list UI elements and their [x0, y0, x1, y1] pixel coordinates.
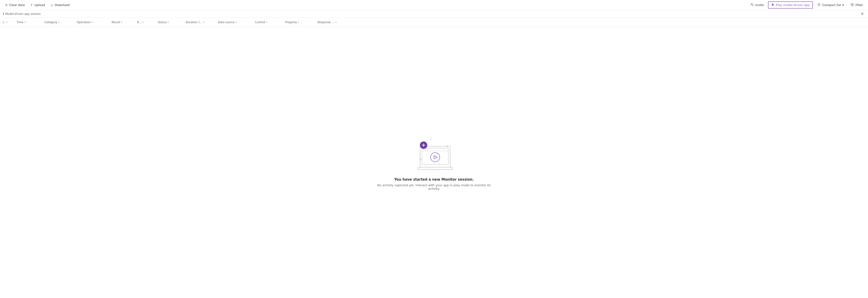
- compact-list-icon: [817, 3, 821, 7]
- upload-label: Upload: [34, 3, 45, 7]
- svg-marker-3: [772, 3, 774, 6]
- col-response-label: Response ...: [317, 21, 335, 24]
- column-header-datasource[interactable]: Data source ▾: [218, 20, 255, 25]
- col-control-label: Control: [255, 21, 265, 24]
- col-control-chevron: ▾: [266, 21, 267, 23]
- col-time-chevron: ▾: [24, 21, 26, 23]
- svg-point-8: [852, 4, 853, 5]
- compact-list-button[interactable]: Compact list ▾: [815, 1, 846, 8]
- column-header-time[interactable]: Time ▾: [17, 20, 44, 25]
- svg-point-0: [751, 3, 752, 5]
- empty-state-subtitle: No activity captured yet. Interact with …: [376, 184, 492, 190]
- app-container: ✕ Clear data ↑ Upload ↓ Download: [0, 0, 868, 298]
- col-status-label: Status: [158, 21, 167, 24]
- col-i-label: I..: [3, 21, 5, 24]
- svg-rect-14: [420, 146, 450, 167]
- col-time-label: Time: [17, 21, 23, 24]
- col-duration-label: Duration (...: [186, 21, 202, 24]
- column-header-status[interactable]: Status ▾: [158, 20, 186, 25]
- play-model-label: Play model-driven app: [776, 3, 810, 7]
- col-r-label: R...: [137, 21, 142, 24]
- svg-point-19: [427, 149, 428, 150]
- filter-button[interactable]: Filter: [848, 1, 865, 8]
- filter-icon: [850, 3, 854, 7]
- col-datasource-chevron: ▾: [236, 21, 237, 23]
- column-header-i[interactable]: I.. ▾: [3, 20, 17, 25]
- column-header-r[interactable]: R... ▾: [137, 20, 158, 25]
- clear-data-icon: ✕: [5, 3, 8, 7]
- download-icon: ↓: [51, 3, 53, 7]
- clear-data-button[interactable]: ✕ Clear data: [3, 2, 27, 8]
- svg-point-18: [425, 149, 426, 150]
- invite-icon: [750, 3, 754, 7]
- column-header-operation[interactable]: Operation ▾: [77, 20, 112, 25]
- toolbar: ✕ Clear data ↑ Upload ↓ Download: [0, 0, 868, 10]
- col-operation-chevron: ▾: [92, 21, 93, 23]
- col-operation-label: Operation: [77, 21, 91, 24]
- column-header-result[interactable]: Result ▾: [112, 20, 137, 25]
- session-bar: ℹ Model-driven app session ✕: [0, 10, 868, 18]
- upload-button[interactable]: ↑ Upload: [28, 2, 47, 8]
- invite-button[interactable]: Invite: [748, 1, 766, 8]
- clear-data-label: Clear data: [9, 3, 25, 7]
- col-result-label: Result: [112, 21, 120, 24]
- column-header-category[interactable]: Category ▾: [44, 20, 77, 25]
- compact-list-label: Compact list: [822, 3, 841, 7]
- svg-text:|: |: [430, 137, 431, 141]
- svg-rect-21: [427, 169, 441, 170]
- upload-icon: ↑: [30, 3, 33, 7]
- main-content: | + + – –: [0, 27, 868, 298]
- column-header-property[interactable]: Property ▾: [285, 20, 317, 25]
- filter-label: Filter: [856, 3, 863, 7]
- col-category-label: Category: [44, 21, 57, 24]
- svg-point-17: [423, 149, 424, 150]
- svg-point-22: [431, 153, 440, 162]
- download-label: Download: [55, 3, 70, 7]
- col-category-chevron: ▾: [58, 21, 59, 23]
- svg-point-7: [851, 3, 854, 6]
- col-property-label: Property: [285, 21, 297, 24]
- compact-list-chevron-icon: ▾: [842, 3, 844, 7]
- invite-label: Invite: [755, 3, 764, 7]
- play-model-driven-app-button[interactable]: Play model-driven app: [768, 1, 813, 8]
- col-datasource-label: Data source: [218, 21, 235, 24]
- download-button[interactable]: ↓ Download: [48, 2, 72, 8]
- col-r-chevron: ▾: [142, 21, 144, 23]
- empty-illustration: | + + – –: [408, 135, 460, 172]
- info-icon: ℹ: [3, 12, 4, 16]
- column-headers: I.. ▾ Time ▾ Category ▾ Operation ▾ Resu…: [0, 18, 868, 27]
- col-property-chevron: ▾: [298, 21, 299, 23]
- column-header-duration[interactable]: Duration (... ▾: [186, 20, 218, 25]
- toolbar-right: Invite Play model-driven app: [748, 1, 865, 8]
- column-header-response[interactable]: Response ... ▾: [317, 20, 865, 25]
- svg-marker-23: [434, 156, 437, 159]
- col-response-chevron: ▾: [335, 21, 337, 23]
- empty-state-title: You have started a new Monitor session.: [394, 178, 474, 182]
- col-duration-chevron: ▾: [203, 21, 205, 23]
- play-icon: [771, 3, 774, 7]
- session-label: Model-driven app session: [5, 12, 41, 16]
- col-result-chevron: ▾: [121, 21, 122, 23]
- toolbar-left: ✕ Clear data ↑ Upload ↓ Download: [3, 2, 747, 8]
- column-header-control[interactable]: Control ▾: [255, 20, 285, 25]
- col-i-chevron: ▾: [6, 21, 7, 23]
- col-status-chevron: ▾: [167, 21, 169, 23]
- close-session-button[interactable]: ✕: [860, 11, 865, 17]
